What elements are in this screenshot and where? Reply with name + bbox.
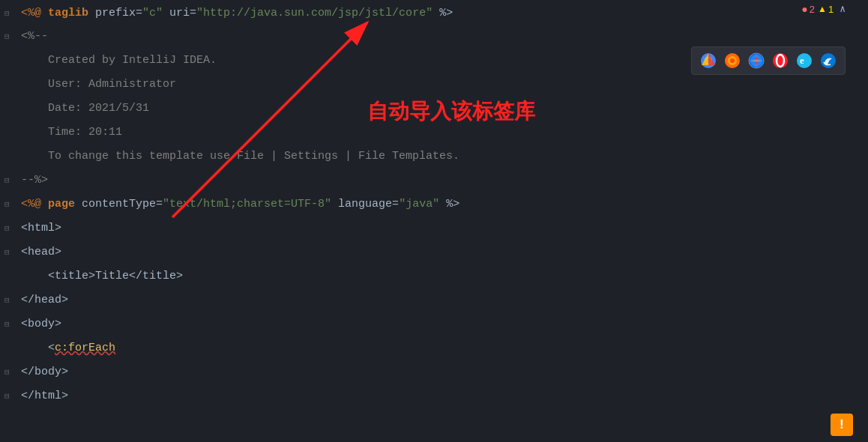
code-line-17: ⊟ </html> — [0, 384, 868, 408]
firefox-icon[interactable] — [723, 52, 741, 70]
fold-marker-2[interactable]: ⊟ — [4, 31, 10, 41]
language-value: "java" — [399, 198, 439, 211]
head-open: <head> — [21, 246, 61, 258]
comment-close: --%> — [21, 174, 48, 187]
annotation-text: 自动导入该标签库 — [367, 97, 535, 126]
code-line-12: <title>Title</title> — [0, 264, 868, 288]
language-attr: language= — [331, 198, 399, 211]
comment-open: <%-- — [21, 30, 48, 43]
code-line-8: ⊟ --%> — [0, 168, 868, 192]
comment-template: To change this template use File | Setti… — [21, 150, 459, 163]
foreach-tag: c:forEach — [55, 342, 115, 354]
code-line-10: ⊟ <html> — [0, 216, 868, 240]
fold-marker-13[interactable]: ⊟ — [4, 295, 10, 305]
comment-date: Date: 2021/5/31 — [21, 102, 149, 115]
comment-time: Time: 20:11 — [21, 126, 122, 139]
fold-marker-9[interactable]: ⊟ — [4, 199, 10, 209]
title-tag: <title>Title</title> — [21, 270, 183, 282]
error-count: 2 — [810, 4, 815, 15]
code-line-14: ⊟ <body> — [0, 312, 868, 336]
prefix-value: "c" — [142, 7, 163, 19]
body-open: <body> — [21, 318, 61, 330]
code-line-9: ⊟ <%@ page contentType="text/html;charse… — [0, 192, 868, 216]
ie-icon[interactable]: e — [795, 52, 813, 70]
directive-close: %> — [433, 7, 453, 19]
badges-container: ● 2 ▲ 1 ∧ — [801, 3, 846, 15]
fold-marker-11[interactable]: ⊟ — [4, 247, 10, 257]
fold-marker-17[interactable]: ⊟ — [4, 391, 10, 401]
head-close: </head> — [21, 294, 68, 306]
html-open: <html> — [21, 222, 61, 234]
fold-marker-16[interactable]: ⊟ — [4, 367, 10, 377]
code-line-2: ⊟ <%-- — [0, 24, 868, 48]
opera-icon[interactable] — [771, 52, 789, 70]
comment-user: User: Administrator — [21, 78, 176, 91]
code-line-7: To change this template use File | Setti… — [0, 144, 868, 168]
fold-marker-1[interactable]: ⊟ — [4, 8, 10, 18]
bottom-hint-icon[interactable]: ! — [831, 414, 853, 436]
fold-marker-14[interactable]: ⊟ — [4, 319, 10, 329]
code-line-13: ⊟ </head> — [0, 288, 868, 312]
comment-created: Created by IntelliJ IDEA. — [21, 54, 217, 67]
scrollbar[interactable] — [858, 0, 868, 442]
code-line-1: ⊟ <%@ taglib prefix="c" uri="http://java… — [0, 0, 868, 24]
svg-point-14 — [797, 53, 812, 68]
code-line-11: ⊟ <head> — [0, 240, 868, 264]
warning-badge: ▲ 1 — [818, 4, 834, 15]
svg-point-5 — [730, 58, 735, 63]
page-close: %> — [439, 198, 459, 211]
browser-icons-panel: e — [691, 46, 846, 75]
code-line-16: ⊟ </body> — [0, 360, 868, 384]
prefix-attr: prefix= — [88, 7, 142, 19]
scroll-up-indicator[interactable]: ∧ — [840, 3, 846, 15]
html-close: </html> — [21, 390, 68, 402]
taglib-directive: <%@ taglib — [21, 7, 88, 19]
body-close: </body> — [21, 366, 68, 378]
chrome-icon[interactable] — [699, 52, 717, 70]
editor-container: ● 2 ▲ 1 ∧ — [0, 0, 868, 442]
contenttype-attr: contentType= — [75, 198, 163, 211]
uri-attr: uri= — [163, 7, 196, 19]
warning-count: 1 — [828, 4, 834, 15]
svg-text:e: e — [800, 55, 804, 66]
safari-icon[interactable] — [747, 52, 765, 70]
fold-marker-8[interactable]: ⊟ — [4, 175, 10, 185]
contenttype-value: "text/html;charset=UTF-8" — [163, 198, 331, 211]
foreach-open-bracket: < — [21, 342, 55, 354]
code-line-15: <c:forEach — [0, 336, 868, 360]
edge-icon[interactable] — [819, 52, 837, 70]
uri-value: "http://java.sun.com/jsp/jstl/core" — [196, 7, 433, 19]
error-badge: ● 2 — [801, 3, 815, 15]
fold-marker-10[interactable]: ⊟ — [4, 223, 10, 233]
code-line-4: User: Administrator — [0, 72, 868, 96]
page-directive: <%@ page — [21, 198, 75, 211]
